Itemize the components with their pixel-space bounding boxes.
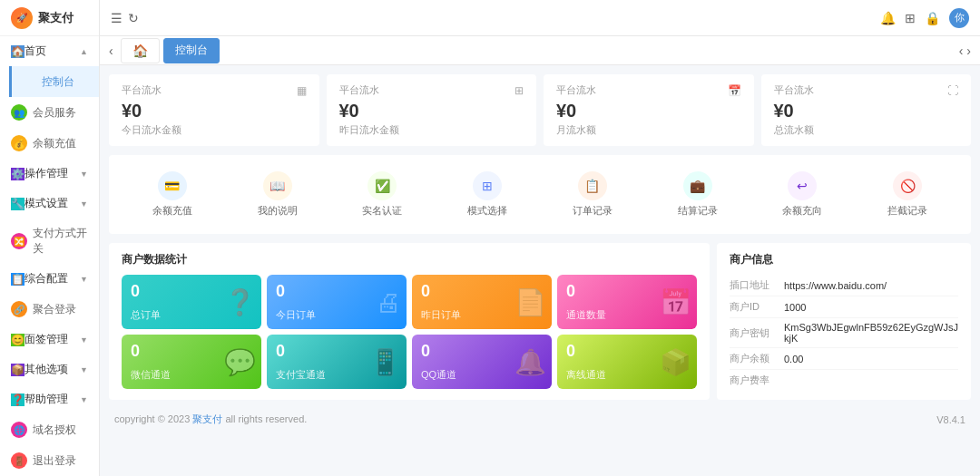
sidebar-item-help[interactable]: ❓ 帮助管理 ▼ bbox=[0, 384, 99, 414]
tab-bar: ‹ 🏠 控制台 ‹ › bbox=[100, 36, 980, 65]
sidebar-mode-label: 模式设置 bbox=[24, 196, 68, 211]
stat-card-1: 平台流水 ⊞ ¥0 昨日流水金额 bbox=[327, 74, 537, 146]
merchant-info-title: 商户信息 bbox=[730, 252, 958, 267]
domain-icon: 🌐 bbox=[11, 422, 27, 438]
alipay-channel-icon: 📱 bbox=[369, 347, 401, 377]
qa-recharge-icon: 💳 bbox=[158, 171, 187, 200]
stat-sub-0: 今日流水金额 bbox=[122, 123, 307, 137]
info-label-url: 插口地址 bbox=[730, 278, 784, 292]
other-icon: 📦 bbox=[11, 364, 24, 376]
member-icon: 👥 bbox=[11, 104, 27, 121]
sidebar-agglogin-label: 聚合登录 bbox=[33, 302, 76, 317]
footer-text: copyright © 2023 聚支付 all rights reserved… bbox=[114, 413, 307, 426]
pay-icon: 🔀 bbox=[11, 233, 27, 249]
stat-sub-3: 总流水额 bbox=[774, 123, 959, 137]
offline-channel-icon: 📦 bbox=[660, 347, 691, 377]
qa-order-icon: 📋 bbox=[578, 171, 607, 200]
notification-icon[interactable]: 🔔 bbox=[880, 11, 896, 25]
stat-total-order: 0 总订单 ❓ bbox=[122, 275, 261, 329]
sidebar-item-mode[interactable]: 🔧 模式设置 ▼ bbox=[0, 189, 99, 219]
user-avatar[interactable]: 你 bbox=[949, 8, 969, 28]
merchant-stats: 商户数据统计 0 总订单 ❓ 0 今日订单 🖨 0 昨日订单 bbox=[109, 243, 710, 400]
footer: copyright © 2023 聚支付 all rights reserved… bbox=[109, 407, 971, 432]
recharge-icon: 💰 bbox=[11, 135, 27, 151]
info-row-key: 商户密钥 KmSg3WbJEgwlnFB59z62EyGzgWJsJkjK bbox=[730, 318, 958, 348]
sidebar-item-home[interactable]: 🏠 首页 ▲ bbox=[0, 36, 99, 66]
op-icon: ⚙️ bbox=[11, 168, 24, 180]
sidebar-item-face[interactable]: 😊 面签管理 ▼ bbox=[0, 325, 99, 355]
sidebar-item-recharge[interactable]: 💰 余额充值 bbox=[0, 128, 99, 159]
merchant-stats-title: 商户数据统计 bbox=[122, 252, 697, 267]
sidebar-item-agglogin[interactable]: 🔗 聚合登录 bbox=[0, 294, 99, 325]
agg-chevron-icon: ▼ bbox=[80, 275, 88, 284]
sidebar-face-label: 面签管理 bbox=[24, 332, 68, 347]
version-text: V8.4.1 bbox=[936, 414, 965, 425]
qa-explain-icon: 📖 bbox=[263, 171, 292, 200]
chevron-icon: ▲ bbox=[80, 47, 88, 56]
sidebar-item-domain[interactable]: 🌐 域名授权 bbox=[0, 414, 99, 445]
grid-icon[interactable]: ⊞ bbox=[905, 11, 916, 25]
sidebar-item-other[interactable]: 📦 其他选项 ▼ bbox=[0, 355, 99, 384]
info-value-key: KmSg3WbJEgwlnFB59z62EyGzgWJsJkjK bbox=[784, 322, 958, 344]
sidebar-item-payswitch[interactable]: 🔀 支付方式开关 bbox=[0, 219, 99, 264]
qa-settlement-label: 结算记录 bbox=[678, 204, 718, 218]
qa-order[interactable]: 📋 订单记录 bbox=[542, 166, 643, 223]
qa-settlement[interactable]: 💼 结算记录 bbox=[647, 166, 749, 223]
stat-icon-2: 📅 bbox=[728, 84, 741, 97]
other-chevron-icon: ▼ bbox=[80, 365, 88, 374]
face-icon: 😊 bbox=[11, 334, 24, 346]
wechat-channel-icon: 💬 bbox=[224, 347, 256, 377]
qa-mode-label: 模式选择 bbox=[467, 204, 507, 218]
qa-explain[interactable]: 📖 我的说明 bbox=[227, 166, 328, 223]
sidebar-member-label: 会员服务 bbox=[33, 105, 76, 121]
sidebar-item-operation[interactable]: ⚙️ 操作管理 ▼ bbox=[0, 159, 99, 189]
info-row-rate: 商户费率 bbox=[730, 370, 958, 391]
stat-amount-1: ¥0 bbox=[339, 101, 524, 121]
qa-recharge[interactable]: 💳 余额充值 bbox=[122, 166, 223, 223]
lock-icon[interactable]: 🔒 bbox=[925, 11, 940, 25]
qa-refund-icon: ↩ bbox=[788, 171, 817, 200]
help-chevron-icon: ▼ bbox=[80, 395, 88, 404]
sidebar-group: 🏠 首页 ▲ 控制台 👥 会员服务 💰 余额充值 ⚙️ 操作管理 ▼ bbox=[0, 36, 99, 476]
tab-back-icon[interactable]: ‹ bbox=[109, 44, 113, 58]
qa-mode[interactable]: ⊞ 模式选择 bbox=[436, 166, 538, 223]
mode-chevron-icon: ▼ bbox=[80, 199, 88, 209]
footer-link[interactable]: 聚支付 bbox=[192, 413, 222, 424]
qa-mode-icon: ⊞ bbox=[473, 171, 502, 200]
tab-prev-icon[interactable]: ‹ bbox=[959, 44, 964, 58]
qa-verify[interactable]: ✅ 实名认证 bbox=[332, 166, 434, 223]
stat-title-0: 平台流水 bbox=[122, 83, 162, 97]
stat-icon-0: ▦ bbox=[297, 84, 307, 97]
tab-console-label: 控制台 bbox=[175, 43, 208, 58]
sidebar-item-logout[interactable]: 🚪 退出登录 bbox=[0, 445, 99, 476]
info-row-id: 商户ID 1000 bbox=[730, 296, 958, 318]
header-left: ☰ ↻ bbox=[111, 11, 139, 25]
face-chevron-icon: ▼ bbox=[80, 335, 88, 345]
merchant-info: 商户信息 插口地址 https://www.baidu.com/ 商户ID 10… bbox=[717, 243, 971, 400]
collapse-icon[interactable]: ☰ bbox=[111, 11, 122, 25]
info-label-id: 商户ID bbox=[730, 300, 784, 314]
sidebar: 🚀 聚支付 🏠 首页 ▲ 控制台 👥 会员服务 💰 余额充值 bbox=[0, 0, 100, 476]
stat-alipay-channel: 0 支付宝通道 📱 bbox=[267, 335, 407, 389]
stat-amount-2: ¥0 bbox=[556, 101, 741, 121]
stat-qq-channel: 0 QQ通道 🔔 bbox=[412, 335, 552, 389]
bottom-area: 商户数据统计 0 总订单 ❓ 0 今日订单 🖨 0 昨日订单 bbox=[109, 243, 971, 400]
qa-intercept[interactable]: 🚫 拦截记录 bbox=[857, 166, 958, 223]
refresh-icon[interactable]: ↻ bbox=[128, 11, 139, 25]
qa-refund[interactable]: ↩ 余额充向 bbox=[752, 166, 854, 223]
info-row-balance: 商户余额 0.00 bbox=[730, 348, 958, 370]
quick-actions-grid: 💳 余额充值 📖 我的说明 ✅ 实名认证 ⊞ 模式选择 📋 订单记录 bbox=[122, 166, 958, 223]
sidebar-item-console[interactable]: 控制台 bbox=[9, 66, 99, 97]
stat-card-3: 平台流水 ⛶ ¥0 总流水额 bbox=[761, 74, 972, 146]
sidebar-item-member[interactable]: 👥 会员服务 bbox=[0, 97, 99, 128]
stat-amount-0: ¥0 bbox=[122, 101, 307, 121]
sidebar-item-aggconfig[interactable]: 📋 综合配置 ▼ bbox=[0, 264, 99, 294]
quick-actions: 💳 余额充值 📖 我的说明 ✅ 实名认证 ⊞ 模式选择 📋 订单记录 bbox=[109, 155, 971, 234]
agglogin-icon: 🔗 bbox=[11, 301, 27, 317]
tab-next-icon[interactable]: › bbox=[966, 44, 971, 58]
qa-refund-label: 余额充向 bbox=[782, 204, 822, 218]
stat-card-2: 平台流水 📅 ¥0 月流水额 bbox=[544, 74, 754, 146]
tab-console[interactable]: 控制台 bbox=[163, 38, 220, 63]
qa-intercept-icon: 🚫 bbox=[893, 171, 922, 200]
tab-home[interactable]: 🏠 bbox=[121, 38, 160, 63]
